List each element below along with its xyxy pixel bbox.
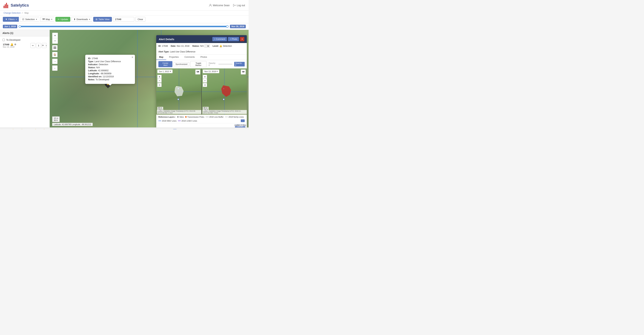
tab-map[interactable]: Map <box>156 55 166 60</box>
eye-icon: 👁 <box>42 44 45 47</box>
popup-identified-label: Identified on: <box>88 75 102 78</box>
line-buffer-dash <box>206 117 209 117</box>
high-label: High <box>15 129 20 129</box>
timeline-thumb-right[interactable] <box>226 25 228 28</box>
timeline-track[interactable] <box>19 26 229 27</box>
forward-button[interactable]: → <box>52 59 58 64</box>
zoom-in-button[interactable]: + <box>52 33 58 38</box>
layers-icon <box>54 47 56 49</box>
popup-type-value: Land Use Class Difference <box>94 60 121 63</box>
right-zoom-in[interactable]: + <box>203 75 207 79</box>
left-map-layer-btn[interactable]: 🗺 <box>195 70 200 75</box>
breadcrumb: Change Detection / Map <box>0 11 248 16</box>
svg-rect-3 <box>7 5 8 8</box>
table-view-button[interactable]: ⊞ Table View <box>93 17 112 22</box>
user-icon <box>209 4 212 7</box>
info-button[interactable]: ℹ <box>36 43 41 48</box>
noop-line <box>225 117 228 117</box>
left-zoom-in[interactable]: + <box>157 75 162 79</box>
map-arrow: ▾ <box>51 18 52 20</box>
svg-rect-2 <box>6 3 7 8</box>
right-zoom-out[interactable]: − <box>203 79 207 83</box>
zoom-out-button[interactable]: − <box>52 38 58 44</box>
clear-button[interactable]: Clear <box>135 17 146 22</box>
right-map-layer-btn[interactable]: 🗺 <box>241 70 246 75</box>
opacity-slider[interactable] <box>218 64 232 65</box>
edit-button[interactable]: ✏ <box>30 43 35 48</box>
map-btn-group: 🗺 Map ▾ <box>40 17 54 22</box>
sites-dot <box>177 116 178 118</box>
alert-details-actions: + Comment + Photo × <box>212 37 244 41</box>
logout-link[interactable]: Log out <box>233 4 245 7</box>
ref-layers-bottom: Reference Layers : Sites Transmission Po… <box>60 129 177 129</box>
tab-properties[interactable]: Properties <box>166 55 182 60</box>
toggle-marker-button[interactable]: Toggle Marker <box>190 61 206 67</box>
search-input[interactable] <box>113 17 134 22</box>
ref-next-button[interactable]: → <box>241 119 245 122</box>
ref-69kv: 2018 69kV Lines <box>158 120 176 122</box>
detail-actions-bar: Center Alert Synchronized Toggle Marker … <box>156 60 247 68</box>
logo-icon <box>4 3 9 8</box>
left-zoom-out[interactable]: − <box>157 79 162 83</box>
map-button[interactable]: 🗺 Map ▾ <box>40 17 54 22</box>
breadcrumb-parent[interactable]: Change Detection <box>4 12 20 14</box>
left-map-date[interactable]: Jun 1, 2013 ▾ <box>157 70 172 73</box>
left-attribution: Leaflet | Satelytics Image Timestamp (UT… <box>157 110 201 114</box>
coordinate-bar: Latitude: 42.606790 Longitude: -88.56121… <box>52 123 93 126</box>
level-icon: 🔔 <box>220 45 222 47</box>
popup-close-button[interactable]: ✕ <box>132 56 134 59</box>
timeline-thumb-left[interactable] <box>19 25 21 28</box>
map-area[interactable]: + − 🏠 → ← 🔔 ✕ <box>50 30 248 127</box>
levels-section: Levels : 🔔 High 🔔 Moderate 🔔 Low 🔔 Detec… <box>2 129 55 129</box>
selection-button[interactable]: ☑ Selection ▾ <box>20 17 39 22</box>
alert-list-item: 17048 🔔 Nov 13, 2018 ✏ ℹ 👁 ▾ <box>2 42 48 49</box>
update-button[interactable]: ✏ Update <box>56 17 70 22</box>
to-developed-checkbox[interactable] <box>2 39 5 41</box>
selection-icon: ☑ <box>22 18 24 21</box>
svg-rect-6 <box>54 48 56 48</box>
home-button[interactable]: 🏠 <box>52 52 58 57</box>
level-high: 🔔 High <box>12 129 20 129</box>
zoom-controls: + − <box>52 33 58 44</box>
left-home[interactable]: ⊙ <box>157 83 162 87</box>
popup-notes-value: To Developed <box>96 78 109 81</box>
downloads-button[interactable]: ⬇ Downloads ▾ <box>72 17 92 22</box>
alert-details-header: Alert Details + Comment + Photo × <box>156 35 247 43</box>
split-map-left[interactable]: Jun 1, 2013 ▾ 🗺 + − ⊙ <box>156 68 201 115</box>
levels-label: Levels : <box>2 129 10 129</box>
scale-bar: 10 m 30 ft <box>52 116 60 122</box>
right-map-date[interactable]: Nov 13, 2018 ▾ <box>203 70 219 73</box>
date-dropdown-icon: ▾ <box>170 70 171 73</box>
add-photo-button[interactable]: + Photo <box>228 37 239 41</box>
logo-text: Satelytics <box>11 3 29 8</box>
alert-details-close-button[interactable]: × <box>240 37 244 41</box>
bottom-next-button[interactable]: → <box>173 129 177 129</box>
right-home[interactable]: ⊙ <box>203 83 207 87</box>
eye-button[interactable]: 👁 ▾ <box>42 43 47 48</box>
split-map-right[interactable]: Nov 13, 2018 ▾ 🗺 + − ⊙ <box>202 68 247 115</box>
alert-details-meta: ID: 17048 Date: Nov 13, 2018 Status: N/A… <box>156 43 247 55</box>
sidebar-content: To Developed 17048 🔔 Nov 13, 2018 ✏ <box>0 37 50 127</box>
table-icon: ⊞ <box>96 18 98 21</box>
synchronized-button[interactable]: Synchronized <box>174 62 189 66</box>
timeline-start-label: Jun 1, 2018 <box>3 25 17 28</box>
tab-photos[interactable]: Photos <box>198 55 210 60</box>
add-comment-button[interactable]: + Comment <box>212 37 227 41</box>
filters-btn-group: ▼ Filters ▾ <box>3 17 19 22</box>
user-greeting: Welcome Sean <box>209 4 230 7</box>
status-dropdown[interactable] <box>204 45 210 48</box>
alert-dot <box>14 44 16 45</box>
layers-button[interactable] <box>52 45 58 51</box>
eye-dropdown-arrow[interactable]: ▾ <box>45 45 47 47</box>
tab-comments[interactable]: Comments <box>182 55 198 60</box>
popup-lat-row: Latitude: 42.606802 <box>88 69 132 72</box>
center-alert-button[interactable]: Center Alert <box>158 61 172 67</box>
back-button[interactable]: ← <box>52 65 58 71</box>
popup-lon-label: Longitude: <box>88 72 100 75</box>
popup-lat-value: 42.606802 <box>98 69 108 72</box>
ref-noop-lines: 2018 NoOp Lines <box>225 116 244 118</box>
detection-label: Detection <box>46 129 55 129</box>
scale-meters: 10 m <box>54 117 58 119</box>
filters-button[interactable]: ▼ Filters ▾ <box>3 17 19 22</box>
main-content: Alerts (1) To Developed 17048 🔔 Nov 13, … <box>0 30 248 127</box>
